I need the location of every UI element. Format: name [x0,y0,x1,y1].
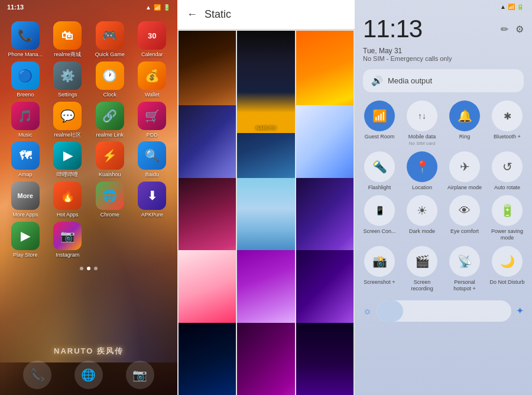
qs-clock: 11:13 [363,15,422,43]
app-icon-pdd: 🛒 [138,102,166,130]
gallery-back-button[interactable]: ← [187,8,197,21]
app-icon-baidu: 🔍 [138,141,166,170]
qs-ring-label: Ring [459,134,471,140]
qs-flashlight-label: Flashlight [368,184,391,191]
qs-brightness-row: ☼ ✦ [363,300,524,322]
qs-tile-location: 📍 Location [403,151,441,191]
qs-power-saving-button[interactable]: 🔋 [492,195,523,226]
qs-brightness-bar[interactable] [377,300,511,322]
app-label-realme-shop: realme商城 [54,51,81,58]
qs-brightness-icon-right: ✦ [516,305,524,316]
qs-tiles-row4: 📸 Screenshot + 🎬 Screen recording 📡 Pers… [355,246,532,297]
app-icon-play-store: ▶ [11,222,40,250]
gallery-title: Static [205,8,231,21]
app-phone-manager[interactable]: 📞 Phone Mana... [6,21,45,58]
app-calendar[interactable]: 30 Calendar [133,21,172,58]
app-settings[interactable]: ⚙️ Settings [48,61,87,98]
app-icon-wallet: 💰 [138,61,166,90]
app-label-phone: Phone Mana... [8,51,43,58]
wallpaper-abstract1[interactable] [237,323,294,395]
qs-eye-comfort-button[interactable]: 👁 [449,195,480,226]
app-label-hot-apps: Hot Apps [57,212,79,218]
qs-tile-bluetooth: ✱ Bluetooth + [488,101,526,147]
app-hot-apps[interactable]: 🔥 Hot Apps [48,182,87,218]
qs-tile-screen-contrast: 📱 Screen Con... [361,195,398,241]
qs-brightness-icon-left: ☼ [363,306,372,316]
app-more-apps[interactable]: More More Apps [6,182,45,218]
app-instagram[interactable]: 📷 Instagram [48,222,87,258]
qs-dark-mode-button[interactable]: ☀ [407,195,437,226]
qs-media-label: Media output [388,76,432,85]
app-label-bilibili: 哔哩哔哩 [57,171,78,178]
app-icon-realme-shop: 🛍 [53,21,82,50]
dock-browser[interactable]: 🌐 [74,361,103,389]
qs-ring-button[interactable]: 🔔 [449,101,480,131]
qs-screen-recording-label: Screen recording [403,279,441,292]
app-icon-bilibili: ▶ [53,141,82,170]
qs-autorotate-button[interactable]: ↺ [492,151,523,182]
wallpaper-naruto2[interactable]: NARUTO [237,31,294,133]
app-kuaishou[interactable]: ⚡ Kuaishou [90,141,129,178]
app-label-chrome: Chrome [100,212,119,218]
qs-screen-contrast-button[interactable]: 📱 [364,195,395,226]
app-breeno[interactable]: 🔵 Breeno [6,61,45,98]
qs-hotspot-label: Personal hotspot + [446,279,484,292]
qs-media-icon: 🔊 [371,75,383,86]
qs-screenshot-button[interactable]: 📸 [364,246,395,277]
app-label-breeno: Breeno [17,92,34,98]
app-realme-shop[interactable]: 🛍 realme商城 [48,21,87,58]
qs-flashlight-button[interactable]: 🔦 [364,151,395,182]
app-amap[interactable]: 🗺 Amap [6,141,45,178]
battery-icon: 🔋 [163,4,170,11]
wallpaper-dark1[interactable] [179,323,236,395]
wifi-icon: ▲ [145,4,151,11]
qs-mobile-data-button[interactable]: ↑↓ [407,101,437,131]
qs-screen-recording-button[interactable]: 🎬 [407,246,437,277]
dock-phone[interactable]: 📞 [23,361,51,389]
qs-dark-mode-label: Dark mode [409,228,435,235]
app-apkpure[interactable]: ⬇ APKPure [133,182,172,218]
qs-hotspot-button[interactable]: 📡 [449,246,480,277]
qs-airplane-button[interactable]: ✈ [449,151,480,182]
app-quick-game[interactable]: 🎮 Quick Game [90,21,129,58]
app-icon-settings: ⚙️ [53,61,82,90]
app-icon-quick-game: 🎮 [96,21,124,50]
app-icon-realme-social: 💬 [53,102,82,130]
qs-tile-wifi: 📶 Guest Room [361,101,398,147]
app-icon-calendar: 30 [138,21,166,50]
qs-dnd-button[interactable]: 🌙 [492,246,523,277]
qs-clock-row: 11:13 ✏ ⚙ [355,14,532,47]
wallpaper-dark2[interactable] [296,323,353,395]
qs-tiles-row1: 📶 Guest Room ↑↓ Mobile dataNo SIM card 🔔… [355,96,532,151]
app-wallet[interactable]: 💰 Wallet [133,61,172,98]
qs-settings-icon[interactable]: ⚙ [515,24,524,35]
app-chrome[interactable]: 🌐 Chrome [90,182,129,218]
app-play-store[interactable]: ▶ Play Store [6,222,45,258]
app-label-realme-social: realme社区 [54,132,81,138]
dock-camera[interactable]: 📷 [126,361,154,389]
qs-tile-dark-mode: ☀ Dark mode [403,195,441,241]
qs-bluetooth-label: Bluetooth + [494,134,521,140]
app-label-settings: Settings [58,92,77,98]
qs-tiles-row3: 📱 Screen Con... ☀ Dark mode 👁 Eye comfor… [355,195,532,246]
app-icon-music: 🎵 [11,102,40,130]
app-clock[interactable]: 🕐 Clock [90,61,129,98]
app-realme-social[interactable]: 💬 realme社区 [48,102,87,138]
app-realme-link[interactable]: 🔗 realme Link [90,102,129,138]
app-baidu[interactable]: 🔍 Baidu [133,141,172,178]
app-bilibili[interactable]: ▶ 哔哩哔哩 [48,141,87,178]
app-icon-apkpure: ⬇ [138,182,166,210]
app-icon-breeno: 🔵 [11,61,40,90]
qs-wifi-button[interactable]: 📶 [364,101,395,131]
home-status-bar: 11:13 ▲ 📶 🔋 [0,0,177,14]
app-music[interactable]: 🎵 Music [6,102,45,138]
qs-screenshot-label: Screenshot + [364,279,395,286]
app-pdd[interactable]: 🛒 PDD [133,102,172,138]
qs-location-button[interactable]: 📍 [407,151,437,182]
app-icon-more-apps: More [11,182,40,210]
qs-media-output[interactable]: 🔊 Media output [363,69,524,92]
app-label-quick-game: Quick Game [95,51,125,58]
qs-edit-icon[interactable]: ✏ [501,24,508,35]
qs-tile-screen-recording: 🎬 Screen recording [403,246,441,292]
qs-bluetooth-button[interactable]: ✱ [492,101,523,131]
